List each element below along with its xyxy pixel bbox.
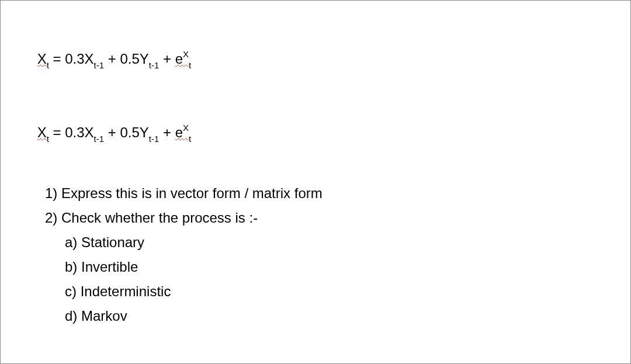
eq1-text-2: + 0.5Y: [104, 51, 149, 67]
equation-2: Xt = 0.3Xt-1 + 0.5Yt-1 + eXt: [22, 107, 630, 160]
option-c: c) Indeterministic: [45, 279, 630, 304]
equation-1: Xt = 0.3Xt-1 + 0.5Yt-1 + eXt: [22, 33, 630, 86]
question-2: 2) Check whether the process is :-: [45, 206, 630, 230]
questions-block: 1) Express this is in vector form / matr…: [45, 181, 630, 328]
eq2-text-3: +: [159, 124, 175, 140]
eq2-e-term: eXt: [175, 124, 192, 140]
eq1-text-3: +: [159, 51, 175, 67]
option-b: b) Invertible: [45, 255, 630, 279]
eq1-e-term: eXt: [175, 51, 192, 67]
option-d: d) Markov: [45, 304, 630, 328]
eq1-text-1: = 0.3X: [49, 51, 94, 67]
eq1-sub-2: t-1: [149, 60, 160, 70]
question-1: 1) Express this is in vector form / matr…: [45, 181, 630, 206]
document-page: Xt = 0.3Xt-1 + 0.5Yt-1 + eXt Xt = 0.3Xt-…: [0, 0, 631, 364]
eq1-sub-1: t-1: [94, 60, 105, 70]
eq1-x-var: Xt: [37, 51, 49, 67]
eq2-sub-1: t-1: [94, 134, 105, 144]
eq2-text-1: = 0.3X: [49, 124, 94, 140]
option-a: a) Stationary: [45, 230, 630, 255]
eq2-sub-2: t-1: [149, 134, 160, 144]
eq2-text-2: + 0.5Y: [104, 124, 149, 140]
eq2-x-var: Xt: [37, 124, 49, 140]
